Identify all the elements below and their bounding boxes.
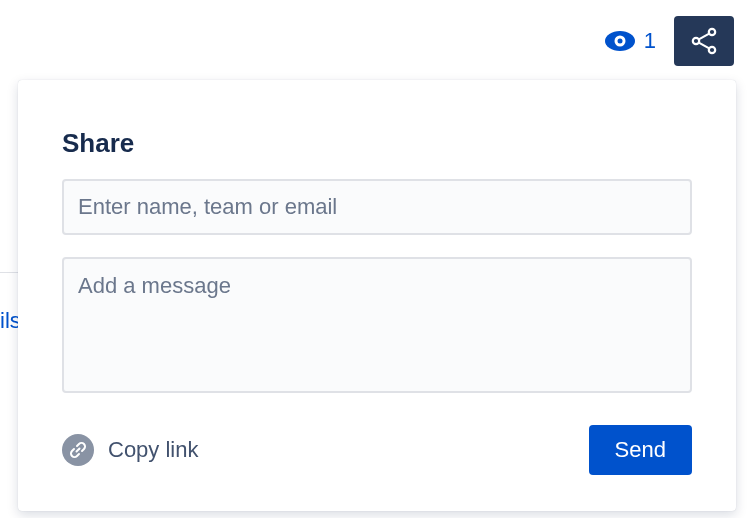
background-divider — [0, 272, 18, 273]
link-icon — [62, 434, 94, 466]
svg-point-2 — [617, 39, 622, 44]
send-button[interactable]: Send — [589, 425, 692, 475]
share-message-input[interactable] — [62, 257, 692, 393]
svg-point-3 — [709, 29, 715, 35]
copy-link-label: Copy link — [108, 437, 198, 463]
share-button[interactable] — [674, 16, 734, 66]
top-action-bar: 1 — [604, 16, 734, 66]
watchers-button[interactable]: 1 — [604, 28, 656, 54]
eye-icon — [604, 30, 636, 52]
watchers-count: 1 — [644, 28, 656, 54]
svg-line-7 — [699, 43, 709, 49]
svg-point-4 — [693, 38, 699, 44]
svg-point-5 — [709, 47, 715, 53]
svg-line-6 — [699, 34, 709, 40]
share-recipient-input[interactable] — [62, 179, 692, 235]
share-icon — [689, 26, 719, 56]
share-popover: Share Copy link Send — [18, 80, 736, 511]
copy-link-button[interactable]: Copy link — [62, 434, 198, 466]
share-popover-footer: Copy link Send — [62, 425, 692, 475]
share-popover-title: Share — [62, 128, 692, 159]
